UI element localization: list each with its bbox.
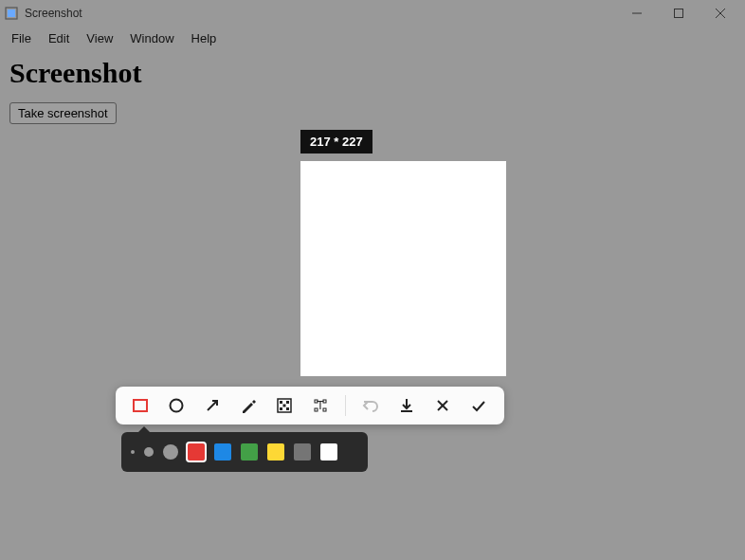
- stroke-size-medium[interactable]: [144, 447, 154, 457]
- maximize-button[interactable]: [658, 0, 700, 27]
- svg-rect-14: [286, 407, 289, 410]
- menubar: File Edit View Window Help: [0, 27, 745, 49]
- window-title: Screenshot: [25, 7, 82, 20]
- tool-text[interactable]: T: [305, 390, 336, 421]
- svg-rect-1: [8, 9, 15, 17]
- tool-arrow[interactable]: [197, 390, 227, 421]
- color-swatch-red[interactable]: [188, 443, 205, 461]
- svg-rect-12: [283, 405, 286, 407]
- svg-line-8: [208, 401, 217, 410]
- color-swatch-gray[interactable]: [294, 443, 311, 461]
- stroke-size-large[interactable]: [163, 444, 178, 460]
- color-swatch-green[interactable]: [241, 443, 258, 461]
- page-title: Screenshot: [9, 57, 736, 89]
- selection-size-label: 217 * 227: [300, 130, 372, 154]
- svg-rect-6: [134, 400, 147, 411]
- action-cancel[interactable]: [427, 390, 458, 421]
- svg-rect-11: [286, 401, 289, 404]
- annotation-toolbar: T: [116, 387, 504, 425]
- action-undo[interactable]: [355, 390, 386, 421]
- selection-rectangle[interactable]: [300, 161, 506, 376]
- menu-file[interactable]: File: [4, 29, 39, 47]
- svg-rect-13: [280, 407, 282, 410]
- toolbar-separator: [345, 395, 346, 416]
- action-save[interactable]: [391, 390, 422, 421]
- minimize-button[interactable]: [616, 0, 658, 27]
- svg-rect-10: [280, 401, 282, 404]
- action-confirm[interactable]: [463, 390, 494, 421]
- tool-mosaic[interactable]: [269, 390, 300, 421]
- tool-pencil[interactable]: [233, 390, 263, 421]
- tool-rectangle[interactable]: [125, 390, 155, 421]
- content-area: Screenshot Take screenshot: [0, 49, 745, 132]
- menu-view[interactable]: View: [79, 29, 120, 47]
- stroke-size-small[interactable]: [131, 450, 135, 454]
- svg-point-7: [171, 400, 183, 412]
- svg-rect-3: [675, 9, 683, 18]
- tool-circle[interactable]: [161, 390, 191, 421]
- menu-window[interactable]: Window: [122, 29, 181, 47]
- close-button[interactable]: [700, 0, 741, 27]
- take-screenshot-button[interactable]: Take screenshot: [9, 102, 117, 124]
- menu-help[interactable]: Help: [184, 29, 225, 47]
- window-titlebar: Screenshot: [0, 0, 745, 27]
- svg-rect-17: [323, 400, 326, 403]
- menu-edit[interactable]: Edit: [41, 29, 77, 47]
- color-swatch-yellow[interactable]: [267, 443, 284, 461]
- app-icon: [4, 6, 19, 21]
- color-swatch-white[interactable]: [320, 443, 337, 461]
- color-swatch-blue[interactable]: [214, 443, 231, 461]
- svg-rect-19: [323, 408, 326, 411]
- style-subtoolbar: [121, 432, 368, 472]
